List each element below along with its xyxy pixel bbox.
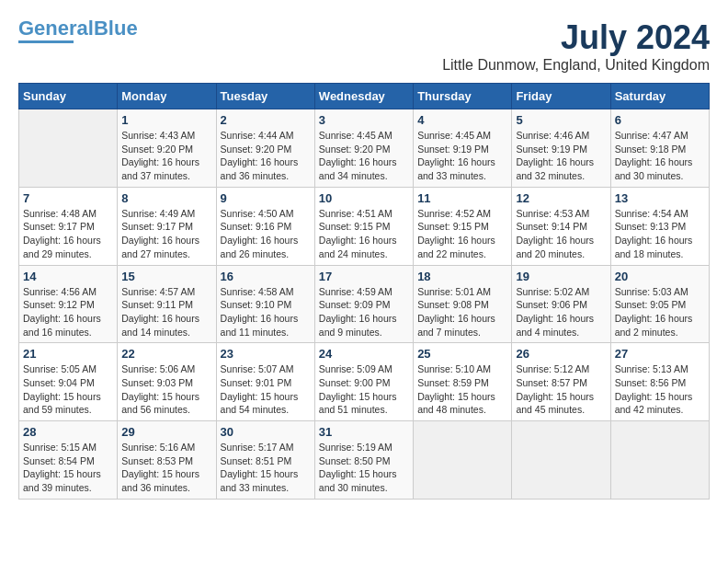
day-number: 27 <box>615 347 705 361</box>
month-year: July 2024 <box>442 18 710 57</box>
calendar-cell: 15Sunrise: 4:57 AM Sunset: 9:11 PM Dayli… <box>118 265 216 343</box>
day-number: 18 <box>417 270 507 283</box>
day-info: Sunrise: 5:19 AM Sunset: 8:50 PM Dayligh… <box>319 441 409 495</box>
day-number: 22 <box>121 347 211 361</box>
calendar-week-5: 28Sunrise: 5:15 AM Sunset: 8:54 PM Dayli… <box>19 421 710 500</box>
day-info: Sunrise: 4:47 AM Sunset: 9:18 PM Dayligh… <box>615 129 705 183</box>
calendar-cell: 26Sunrise: 5:12 AM Sunset: 8:57 PM Dayli… <box>512 343 610 421</box>
calendar-cell: 20Sunrise: 5:03 AM Sunset: 9:05 PM Dayli… <box>610 265 709 343</box>
day-info: Sunrise: 5:07 AM Sunset: 9:01 PM Dayligh… <box>221 362 311 417</box>
day-info: Sunrise: 4:50 AM Sunset: 9:16 PM Dayligh… <box>221 207 311 261</box>
calendar-cell: 21Sunrise: 5:05 AM Sunset: 9:04 PM Dayli… <box>19 343 118 421</box>
day-number: 15 <box>121 270 211 283</box>
day-info: Sunrise: 4:46 AM Sunset: 9:19 PM Dayligh… <box>516 129 606 183</box>
calendar-cell: 24Sunrise: 5:09 AM Sunset: 9:00 PM Dayli… <box>314 343 413 421</box>
day-number: 24 <box>319 347 409 361</box>
logo: GeneralBlue <box>18 18 138 43</box>
calendar-cell: 16Sunrise: 4:58 AM Sunset: 9:10 PM Dayli… <box>216 265 314 343</box>
calendar-cell: 4Sunrise: 4:45 AM Sunset: 9:19 PM Daylig… <box>414 109 512 188</box>
day-info: Sunrise: 4:49 AM Sunset: 9:17 PM Dayligh… <box>121 207 211 261</box>
day-info: Sunrise: 5:03 AM Sunset: 9:05 PM Dayligh… <box>615 285 705 339</box>
calendar-cell: 30Sunrise: 5:17 AM Sunset: 8:51 PM Dayli… <box>216 421 314 500</box>
day-info: Sunrise: 5:16 AM Sunset: 8:53 PM Dayligh… <box>121 441 211 495</box>
calendar-cell: 29Sunrise: 5:16 AM Sunset: 8:53 PM Dayli… <box>118 421 216 500</box>
day-info: Sunrise: 4:48 AM Sunset: 9:17 PM Dayligh… <box>23 207 113 261</box>
day-number: 16 <box>221 270 311 283</box>
calendar-cell: 5Sunrise: 4:46 AM Sunset: 9:19 PM Daylig… <box>512 109 610 188</box>
day-info: Sunrise: 4:52 AM Sunset: 9:15 PM Dayligh… <box>417 207 507 261</box>
calendar-cell: 25Sunrise: 5:10 AM Sunset: 8:59 PM Dayli… <box>414 343 512 421</box>
day-info: Sunrise: 4:59 AM Sunset: 9:09 PM Dayligh… <box>319 285 409 339</box>
day-info: Sunrise: 4:54 AM Sunset: 9:13 PM Dayligh… <box>615 207 705 261</box>
day-number: 11 <box>417 191 507 205</box>
day-number: 3 <box>319 113 409 127</box>
day-number: 31 <box>319 425 409 439</box>
location: Little Dunmow, England, United Kingdom <box>442 57 710 74</box>
day-number: 25 <box>417 347 507 361</box>
calendar-cell: 18Sunrise: 5:01 AM Sunset: 9:08 PM Dayli… <box>414 265 512 343</box>
calendar-cell: 6Sunrise: 4:47 AM Sunset: 9:18 PM Daylig… <box>610 109 709 188</box>
day-number: 19 <box>516 270 606 283</box>
header-saturday: Saturday <box>610 84 709 109</box>
day-number: 30 <box>221 425 311 439</box>
day-number: 2 <box>221 113 311 127</box>
calendar-cell: 1Sunrise: 4:43 AM Sunset: 9:20 PM Daylig… <box>118 109 216 188</box>
day-number: 10 <box>319 191 409 205</box>
calendar-cell: 8Sunrise: 4:49 AM Sunset: 9:17 PM Daylig… <box>118 187 216 265</box>
day-info: Sunrise: 5:17 AM Sunset: 8:51 PM Dayligh… <box>221 441 311 495</box>
calendar-cell: 10Sunrise: 4:51 AM Sunset: 9:15 PM Dayli… <box>314 187 413 265</box>
day-info: Sunrise: 5:10 AM Sunset: 8:59 PM Dayligh… <box>417 362 507 417</box>
calendar-cell: 9Sunrise: 4:50 AM Sunset: 9:16 PM Daylig… <box>216 187 314 265</box>
calendar-cell <box>512 421 610 500</box>
day-info: Sunrise: 5:01 AM Sunset: 9:08 PM Dayligh… <box>417 285 507 339</box>
day-info: Sunrise: 5:12 AM Sunset: 8:57 PM Dayligh… <box>516 362 606 417</box>
header-sunday: Sunday <box>19 84 118 109</box>
calendar-cell: 22Sunrise: 5:06 AM Sunset: 9:03 PM Dayli… <box>118 343 216 421</box>
day-info: Sunrise: 5:06 AM Sunset: 9:03 PM Dayligh… <box>121 362 211 417</box>
calendar-week-4: 21Sunrise: 5:05 AM Sunset: 9:04 PM Dayli… <box>19 343 710 421</box>
day-info: Sunrise: 4:58 AM Sunset: 9:10 PM Dayligh… <box>221 285 311 339</box>
day-number: 13 <box>615 191 705 205</box>
calendar-cell <box>19 109 118 188</box>
day-number: 7 <box>23 191 113 205</box>
logo-underline <box>18 40 74 43</box>
calendar-cell: 7Sunrise: 4:48 AM Sunset: 9:17 PM Daylig… <box>19 187 118 265</box>
calendar-table: SundayMondayTuesdayWednesdayThursdayFrid… <box>18 83 710 500</box>
day-info: Sunrise: 4:45 AM Sunset: 9:19 PM Dayligh… <box>417 129 507 183</box>
header-thursday: Thursday <box>414 84 512 109</box>
header-friday: Friday <box>512 84 610 109</box>
day-number: 14 <box>23 270 113 283</box>
calendar-week-3: 14Sunrise: 4:56 AM Sunset: 9:12 PM Dayli… <box>19 265 710 343</box>
day-number: 5 <box>516 113 606 127</box>
calendar-cell <box>610 421 709 500</box>
calendar-cell: 11Sunrise: 4:52 AM Sunset: 9:15 PM Dayli… <box>414 187 512 265</box>
calendar-cell: 31Sunrise: 5:19 AM Sunset: 8:50 PM Dayli… <box>314 421 413 500</box>
header-monday: Monday <box>118 84 216 109</box>
day-info: Sunrise: 5:05 AM Sunset: 9:04 PM Dayligh… <box>23 362 113 417</box>
calendar-header-row: SundayMondayTuesdayWednesdayThursdayFrid… <box>19 84 710 109</box>
calendar-week-1: 1Sunrise: 4:43 AM Sunset: 9:20 PM Daylig… <box>19 109 710 188</box>
calendar-cell: 3Sunrise: 4:45 AM Sunset: 9:20 PM Daylig… <box>314 109 413 188</box>
logo-blue: Blue <box>94 17 138 40</box>
day-number: 9 <box>221 191 311 205</box>
day-info: Sunrise: 5:13 AM Sunset: 8:56 PM Dayligh… <box>615 362 705 417</box>
day-info: Sunrise: 5:15 AM Sunset: 8:54 PM Dayligh… <box>23 441 113 495</box>
calendar-cell: 23Sunrise: 5:07 AM Sunset: 9:01 PM Dayli… <box>216 343 314 421</box>
day-info: Sunrise: 4:51 AM Sunset: 9:15 PM Dayligh… <box>319 207 409 261</box>
calendar-cell: 12Sunrise: 4:53 AM Sunset: 9:14 PM Dayli… <box>512 187 610 265</box>
logo-text: GeneralBlue <box>18 18 138 39</box>
day-number: 4 <box>417 113 507 127</box>
day-info: Sunrise: 5:02 AM Sunset: 9:06 PM Dayligh… <box>516 285 606 339</box>
header-tuesday: Tuesday <box>216 84 314 109</box>
day-info: Sunrise: 4:53 AM Sunset: 9:14 PM Dayligh… <box>516 207 606 261</box>
day-info: Sunrise: 4:44 AM Sunset: 9:20 PM Dayligh… <box>221 129 311 183</box>
day-info: Sunrise: 4:57 AM Sunset: 9:11 PM Dayligh… <box>121 285 211 339</box>
day-number: 29 <box>121 425 211 439</box>
calendar-cell: 19Sunrise: 5:02 AM Sunset: 9:06 PM Dayli… <box>512 265 610 343</box>
day-info: Sunrise: 4:56 AM Sunset: 9:12 PM Dayligh… <box>23 285 113 339</box>
calendar-cell: 17Sunrise: 4:59 AM Sunset: 9:09 PM Dayli… <box>314 265 413 343</box>
calendar-cell: 2Sunrise: 4:44 AM Sunset: 9:20 PM Daylig… <box>216 109 314 188</box>
day-info: Sunrise: 4:45 AM Sunset: 9:20 PM Dayligh… <box>319 129 409 183</box>
day-number: 21 <box>23 347 113 361</box>
day-number: 20 <box>615 270 705 283</box>
